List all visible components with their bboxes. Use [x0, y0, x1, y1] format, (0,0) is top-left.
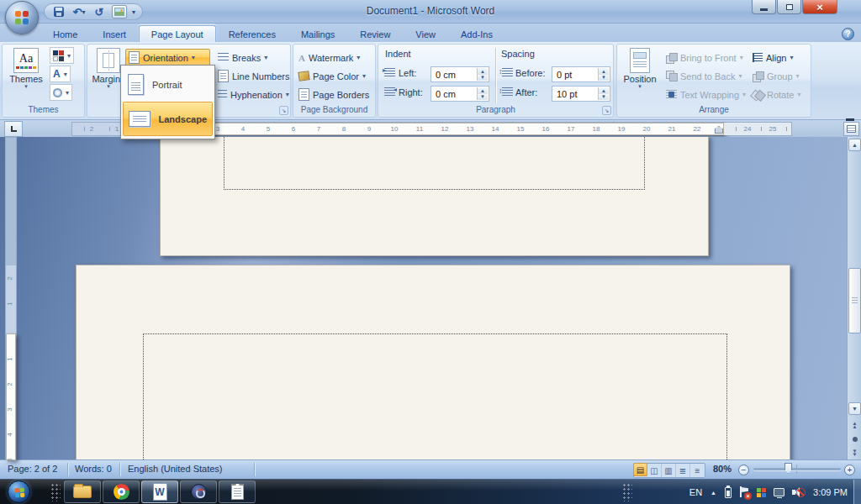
group-button[interactable]: Group ▾: [750, 67, 802, 85]
taskbar-app-media-app[interactable]: [180, 480, 217, 503]
theme-fonts-button[interactable]: A ▾: [50, 66, 71, 82]
spacing-after-input[interactable]: 10 pt ▲▼: [552, 86, 610, 102]
vruler-number: 1: [6, 357, 13, 360]
page-color-button[interactable]: Page Color ▾: [296, 67, 368, 85]
scroll-down-button[interactable]: ▼: [848, 402, 861, 415]
spacing-after-spinner[interactable]: ▲▼: [598, 87, 609, 100]
start-button[interactable]: [8, 480, 30, 503]
office-logo-icon: [15, 11, 29, 24]
hruler-number: 12: [441, 125, 449, 133]
view-button-draft[interactable]: ≡: [690, 464, 705, 477]
show-hidden-icons-button[interactable]: ▲: [710, 490, 716, 496]
redo-button[interactable]: ↺: [92, 5, 107, 18]
word-count[interactable]: Words: 0: [75, 464, 112, 474]
view-button-full-screen-reading[interactable]: ◫: [647, 464, 662, 477]
page-indicator[interactable]: Page: 2 of 2: [8, 464, 57, 474]
close-icon: ×: [816, 2, 823, 13]
taskbar-grip[interactable]: [50, 483, 61, 501]
action-center-flag-icon[interactable]: ×: [739, 486, 749, 498]
clock[interactable]: 3:09 PM: [813, 487, 848, 497]
theme-effects-button[interactable]: ▾: [50, 84, 72, 101]
menu-item-landscape[interactable]: Landscape: [123, 102, 213, 136]
taskbar-app-windows-explorer[interactable]: [64, 480, 101, 503]
minimize-button[interactable]: [752, 0, 776, 14]
indent-left-input[interactable]: 0 cm ▲▼: [430, 66, 489, 82]
tray-grip[interactable]: [622, 483, 632, 501]
vruler-number: 1: [6, 302, 13, 305]
hyphenation-icon: [218, 90, 227, 99]
save-button[interactable]: [51, 5, 66, 18]
tab-add-ins[interactable]: Add-Ins: [448, 25, 505, 42]
menu-item-portrait[interactable]: Portrait: [123, 67, 213, 102]
view-ruler-toggle[interactable]: [843, 122, 859, 136]
indent-left-spinner[interactable]: ▲▼: [477, 68, 488, 81]
zoom-in-button[interactable]: +: [844, 465, 855, 475]
hyphenation-button[interactable]: Hyphenation ▾: [215, 86, 292, 103]
group-icon: [753, 71, 763, 81]
spacing-before-input[interactable]: 0 pt ▲▼: [552, 66, 610, 82]
orientation-button[interactable]: Orientation ▾: [125, 49, 210, 66]
bring-to-front-button[interactable]: Bring to Front ▾: [663, 49, 746, 66]
position-button[interactable]: Position: [621, 48, 659, 105]
page-2[interactable]: [76, 265, 790, 459]
zoom-out-button[interactable]: −: [738, 465, 749, 475]
vertical-ruler[interactable]: 2112345: [5, 137, 17, 459]
zoom-slider-track[interactable]: [753, 468, 841, 470]
view-button-outline[interactable]: ≣: [676, 464, 690, 477]
previous-page-button[interactable]: ▲▲: [848, 418, 861, 431]
language-button[interactable]: EN: [689, 487, 702, 497]
next-page-button[interactable]: ▼▼: [848, 446, 861, 459]
rotate-button[interactable]: Rotate ▾: [750, 86, 803, 103]
tab-review[interactable]: Review: [347, 25, 403, 42]
page-borders-button[interactable]: Page Borders: [296, 86, 372, 103]
indent-right-spinner[interactable]: ▲▼: [477, 87, 488, 100]
undo-button[interactable]: ↶▾: [71, 5, 87, 18]
view-button-web-layout[interactable]: ▥: [662, 464, 676, 477]
themes-group: Aa Themes ▾ A ▾ ▾ Themes: [2, 44, 85, 118]
view-button-print-layout[interactable]: ▤: [633, 463, 647, 476]
scrollbar-thumb[interactable]: [848, 268, 861, 333]
tab-stop-selector[interactable]: [4, 121, 23, 137]
language-indicator[interactable]: English (United States): [128, 464, 223, 474]
network-icon[interactable]: [774, 488, 784, 496]
watermark-button[interactable]: A Watermark ▾: [296, 49, 362, 66]
taskbar-app-word[interactable]: [141, 480, 178, 503]
office-button[interactable]: [5, 1, 39, 34]
zoom-level[interactable]: 80%: [713, 464, 732, 474]
tab-mailings[interactable]: Mailings: [288, 25, 347, 42]
vertical-scrollbar[interactable]: ▲ ▼ ▲▲ ▼▼: [847, 137, 861, 459]
paragraph-dialog-launcher[interactable]: [602, 106, 611, 115]
taskbar-app-chrome[interactable]: [103, 480, 140, 503]
page-setup-dialog-launcher[interactable]: [279, 106, 288, 115]
send-to-back-button[interactable]: Send to Back ▾: [663, 67, 744, 85]
split-handle[interactable]: [846, 118, 854, 121]
tab-home[interactable]: Home: [40, 25, 90, 42]
select-browse-object-button[interactable]: [848, 433, 861, 445]
help-button[interactable]: ?: [842, 28, 854, 40]
breaks-button[interactable]: Breaks ▾: [215, 49, 270, 66]
customize-qat-button[interactable]: ▾: [132, 8, 135, 16]
page1-text-boundary: [224, 137, 645, 190]
align-button[interactable]: Align ▾: [750, 49, 795, 66]
program-tray-icon[interactable]: [757, 488, 766, 497]
indent-right-input[interactable]: 0 cm ▲▼: [430, 86, 489, 102]
tab-references[interactable]: References: [216, 25, 288, 42]
show-desktop-button[interactable]: [853, 480, 861, 504]
battery-icon[interactable]: [725, 487, 732, 498]
close-button[interactable]: ×: [802, 0, 837, 14]
hruler-number: 15: [517, 125, 525, 133]
line-numbers-button[interactable]: Line Numbers ▾: [215, 67, 299, 85]
text-wrapping-button[interactable]: Text Wrapping ▾: [663, 86, 748, 103]
volume-muted-icon[interactable]: [792, 486, 805, 498]
insert-picture-button[interactable]: [112, 5, 127, 18]
theme-colors-button[interactable]: ▾: [50, 47, 74, 64]
tab-page-layout[interactable]: Page Layout: [139, 25, 216, 42]
scroll-up-button[interactable]: ▲: [848, 139, 861, 151]
restore-button[interactable]: [777, 0, 801, 14]
taskbar-app-notepad[interactable]: [219, 480, 256, 503]
spacing-before-spinner[interactable]: ▲▼: [598, 68, 609, 81]
tab-insert[interactable]: Insert: [90, 25, 139, 42]
page-1[interactable]: [160, 137, 709, 256]
tab-view[interactable]: View: [403, 25, 448, 42]
themes-button[interactable]: Aa Themes: [7, 48, 45, 105]
